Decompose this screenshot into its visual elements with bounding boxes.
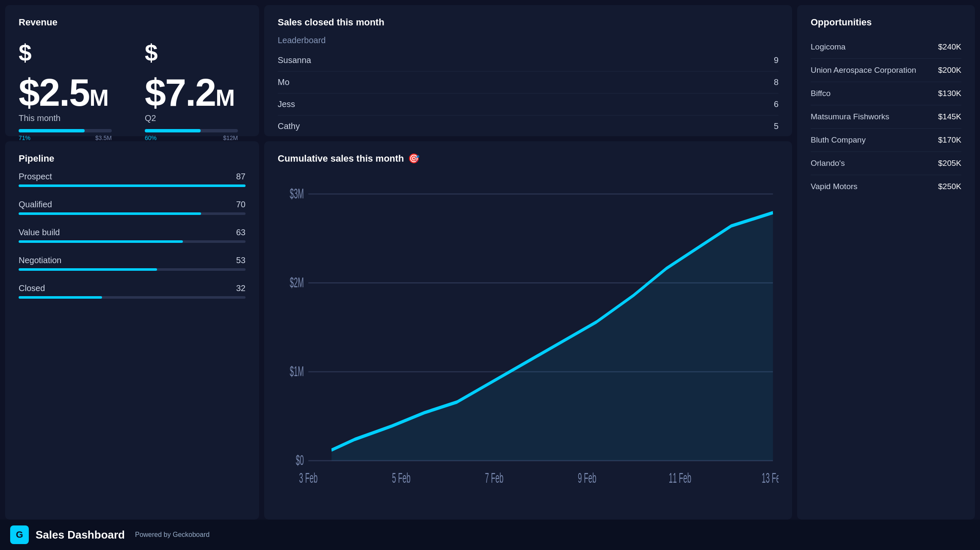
opp-amount: $240K bbox=[938, 42, 961, 52]
opp-row: Matsumura Fishworks$145K bbox=[811, 105, 961, 129]
pipeline-value: 63 bbox=[236, 228, 246, 237]
revenue-month: $$2.5M This month 71% $3.5M bbox=[19, 36, 119, 141]
leaderboard-row: Cathy5 bbox=[278, 116, 778, 137]
opp-amount: $250K bbox=[938, 182, 961, 191]
opp-row: Logicoma$240K bbox=[811, 36, 961, 59]
pipeline-value: 32 bbox=[236, 283, 246, 293]
pipeline-value: 53 bbox=[236, 256, 246, 265]
svg-text:11 Feb: 11 Feb bbox=[669, 470, 691, 486]
cumulative-chart: $0$1M$2M$3M3 Feb5 Feb7 Feb9 Feb11 Feb13 … bbox=[278, 172, 778, 505]
sales-closed-card: Sales closed this month Leaderboard Susa… bbox=[264, 5, 792, 136]
svg-text:5 Feb: 5 Feb bbox=[392, 470, 411, 486]
pipeline-row: Negotiation 53 bbox=[19, 256, 246, 271]
opp-amount: $145K bbox=[938, 112, 961, 121]
svg-text:7 Feb: 7 Feb bbox=[485, 470, 503, 486]
footer-logo: G bbox=[10, 525, 29, 544]
opportunities-card: Opportunities Logicoma$240KUnion Aerospa… bbox=[797, 5, 975, 520]
revenue-month-pct: 71% bbox=[19, 135, 30, 141]
leaderboard-name: Cathy bbox=[278, 121, 300, 131]
revenue-month-target: $3.5M bbox=[95, 135, 112, 141]
pipeline-title: Pipeline bbox=[19, 153, 246, 164]
chart-card: Cumulative sales this month 🎯 $0$1M$2M$3… bbox=[264, 141, 792, 520]
leaderboard-row: Mo8 bbox=[278, 72, 778, 94]
opp-row: Orlando's$205K bbox=[811, 152, 961, 175]
opportunities-title: Opportunities bbox=[811, 17, 961, 28]
opp-company: Biffco bbox=[811, 89, 831, 98]
pipeline-row: Prospect 87 bbox=[19, 172, 246, 187]
svg-text:13 Feb: 13 Feb bbox=[762, 470, 778, 486]
dashboard: Revenue $$2.5M This month 71% $3.5M $$7.… bbox=[0, 0, 980, 520]
chart-icon: 🎯 bbox=[408, 153, 420, 164]
svg-text:$3M: $3M bbox=[290, 186, 304, 202]
leaderboard-label: Leaderboard bbox=[278, 36, 778, 45]
revenue-q2-amount: $$7.2M bbox=[145, 36, 246, 112]
pipeline-label: Qualified bbox=[19, 200, 52, 209]
svg-text:$0: $0 bbox=[296, 452, 304, 468]
footer: G Sales Dashboard Powered by Geckoboard bbox=[0, 520, 980, 550]
opp-company: Bluth Company bbox=[811, 135, 866, 145]
leaderboard-row: Susanna9 bbox=[278, 50, 778, 72]
revenue-q2-progress bbox=[145, 129, 238, 132]
revenue-month-label: This month bbox=[19, 113, 119, 123]
footer-title: Sales Dashboard bbox=[36, 528, 125, 542]
pipeline-label: Value build bbox=[19, 228, 60, 237]
opp-company: Logicoma bbox=[811, 42, 845, 52]
revenue-title: Revenue bbox=[19, 17, 246, 28]
opportunities-list: Logicoma$240KUnion Aerospace Corporation… bbox=[811, 36, 961, 198]
leaderboard-count: 6 bbox=[774, 99, 778, 109]
pipeline-label: Negotiation bbox=[19, 256, 61, 265]
revenue-month-progress bbox=[19, 129, 112, 132]
pipeline-label: Prospect bbox=[19, 172, 52, 182]
opp-amount: $130K bbox=[938, 89, 961, 98]
opp-row: Bluth Company$170K bbox=[811, 129, 961, 152]
pipeline-list: Prospect 87 Qualified 70 Value build 63 bbox=[19, 172, 246, 299]
opp-company: Union Aerospace Corporation bbox=[811, 66, 916, 75]
leaderboard-count: 9 bbox=[774, 55, 778, 65]
leaderboard-count: 8 bbox=[774, 77, 778, 87]
revenue-metrics: $$2.5M This month 71% $3.5M $$7.2M Q2 bbox=[19, 36, 246, 141]
leaderboard-name: Jess bbox=[278, 99, 295, 109]
pipeline-row: Closed 32 bbox=[19, 283, 246, 299]
svg-text:9 Feb: 9 Feb bbox=[578, 470, 596, 486]
pipeline-row: Value build 63 bbox=[19, 228, 246, 243]
revenue-card: Revenue $$2.5M This month 71% $3.5M $$7.… bbox=[5, 5, 259, 136]
opp-company: Vapid Motors bbox=[811, 182, 858, 191]
leaderboard-name: Susanna bbox=[278, 55, 311, 65]
opp-row: Union Aerospace Corporation$200K bbox=[811, 59, 961, 82]
opp-row: Vapid Motors$250K bbox=[811, 175, 961, 198]
revenue-q2-target: $12M bbox=[223, 135, 238, 141]
revenue-month-amount: $$2.5M bbox=[19, 36, 119, 112]
revenue-q2-pct: 60% bbox=[145, 135, 157, 141]
opp-amount: $200K bbox=[938, 66, 961, 75]
pipeline-card: Pipeline Prospect 87 Qualified 70 Value … bbox=[5, 141, 259, 520]
opp-amount: $205K bbox=[938, 159, 961, 168]
chart-title: Cumulative sales this month 🎯 bbox=[278, 153, 778, 164]
pipeline-row: Qualified 70 bbox=[19, 200, 246, 215]
revenue-q2-label: Q2 bbox=[145, 113, 246, 123]
footer-powered: Powered by Geckoboard bbox=[135, 531, 210, 539]
opp-company: Orlando's bbox=[811, 159, 845, 168]
svg-text:$2M: $2M bbox=[290, 275, 304, 291]
leaderboard-count: 5 bbox=[774, 121, 778, 131]
leaderboard-row: Jess6 bbox=[278, 94, 778, 116]
pipeline-value: 87 bbox=[236, 172, 246, 182]
leaderboard-name: Mo bbox=[278, 77, 290, 87]
svg-text:3 Feb: 3 Feb bbox=[299, 470, 317, 486]
leaderboard: Susanna9Mo8Jess6Cathy5 bbox=[278, 50, 778, 137]
opp-row: Biffco$130K bbox=[811, 82, 961, 105]
opp-company: Matsumura Fishworks bbox=[811, 112, 889, 121]
opp-amount: $170K bbox=[938, 135, 961, 145]
pipeline-value: 70 bbox=[236, 200, 246, 209]
svg-text:$1M: $1M bbox=[290, 363, 304, 380]
sales-closed-title: Sales closed this month bbox=[278, 17, 778, 28]
pipeline-label: Closed bbox=[19, 283, 45, 293]
revenue-q2: $$7.2M Q2 60% $12M bbox=[145, 36, 246, 141]
